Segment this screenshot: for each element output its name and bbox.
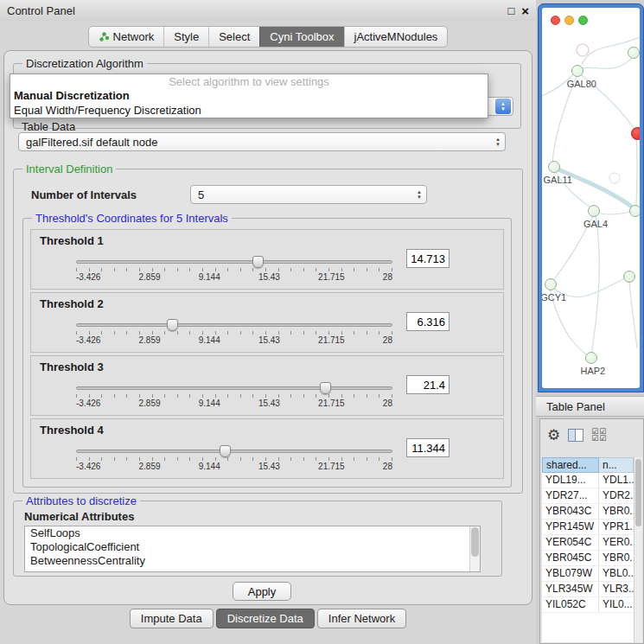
slider-thumb[interactable] bbox=[167, 319, 178, 331]
gear-icon[interactable]: ⚙ bbox=[547, 428, 560, 443]
slider-thumb[interactable] bbox=[252, 256, 264, 268]
network-icon bbox=[99, 31, 110, 42]
list-item[interactable]: TopologicalCoefficient bbox=[25, 540, 480, 554]
network-node[interactable] bbox=[548, 161, 560, 173]
table-toolbar: ⚙ ☑ ☑ ☑ ☑ bbox=[540, 419, 643, 450]
table-data-combo-value: galFiltered.sif default node bbox=[19, 136, 491, 149]
table-scrollbar[interactable] bbox=[634, 457, 642, 642]
network-node[interactable] bbox=[629, 205, 640, 217]
list-item[interactable]: SelfLoops bbox=[25, 526, 480, 540]
column-header-name[interactable]: n... bbox=[599, 457, 634, 473]
list-item[interactable]: BetweennessCentrality bbox=[25, 554, 480, 568]
table-row[interactable]: YDR27...YDR2... bbox=[542, 488, 634, 504]
table-row[interactable]: YPR145WYPR1... bbox=[542, 520, 634, 535]
panel-title: Control Panel bbox=[7, 4, 75, 17]
float-panel-icon[interactable]: □ bbox=[507, 4, 514, 17]
dropdown-option-equal-width-frequency[interactable]: Equal Width/Frequency Discretization bbox=[10, 103, 488, 118]
threshold-4-slider[interactable] bbox=[76, 450, 392, 453]
table-row[interactable]: YBR045CYBR0... bbox=[542, 551, 634, 566]
numerical-attributes-list[interactable]: SelfLoops TopologicalCoefficient Between… bbox=[24, 526, 481, 572]
network-node[interactable] bbox=[628, 47, 640, 59]
highlighted-network-node[interactable] bbox=[631, 127, 640, 140]
table-row[interactable]: YIL052CYIL0... bbox=[542, 597, 634, 613]
tab-cyni-toolbox[interactable]: Cyni Toolbox bbox=[259, 27, 343, 47]
table-row[interactable]: YDL19...YDL1... bbox=[542, 473, 634, 488]
scrollbar-thumb[interactable] bbox=[635, 459, 641, 526]
threshold-2-panel: Threshold 2 -3.4262.8599.14415.4321.7152… bbox=[30, 292, 504, 353]
network-window: GAL80GAL11GAL4GCY1HAP2 bbox=[538, 3, 644, 392]
tab-impute-data[interactable]: Impute Data bbox=[130, 609, 214, 628]
threshold-label: Threshold 1 bbox=[40, 234, 104, 247]
select-attributes-checkboxes-icon[interactable]: ☑ ☑ ☑ ☑ bbox=[591, 428, 606, 442]
number-of-intervals-label: Number of Intervals bbox=[31, 188, 137, 201]
slider-scale: -3.4262.8599.14415.4321.71528 bbox=[76, 399, 392, 408]
tab-infer-network[interactable]: Infer Network bbox=[317, 609, 406, 628]
column-header-shared-name[interactable]: shared... bbox=[542, 457, 599, 473]
group-title: Threshold's Coordinates for 5 Intervals bbox=[32, 212, 232, 225]
columns-icon[interactable] bbox=[568, 429, 583, 442]
threshold-1-slider[interactable] bbox=[76, 260, 392, 264]
minimize-window-icon[interactable] bbox=[564, 16, 574, 25]
network-node-label: GCY1 bbox=[542, 292, 566, 303]
dropdown-prompt: Select algorithm to view settings bbox=[10, 74, 488, 88]
tab-discretize-data[interactable]: Discretize Data bbox=[216, 609, 315, 628]
table-row[interactable]: YBR043CYBR0... bbox=[542, 504, 634, 520]
tab-label: Network bbox=[113, 30, 155, 43]
algorithm-dropdown-popup: Select algorithm to view settings Manual… bbox=[10, 73, 488, 118]
threshold-2-slider[interactable] bbox=[76, 323, 392, 327]
group-title: Discretization Algorithm bbox=[22, 57, 147, 70]
threshold-1-value-field[interactable] bbox=[406, 249, 450, 268]
table-panel-body: ⚙ ☑ ☑ ☑ ☑ shared... n... bbox=[539, 418, 644, 644]
close-window-icon[interactable] bbox=[551, 16, 560, 25]
screenshot-root: Control Panel □ × Network Sty bbox=[0, 0, 644, 644]
threshold-label: Threshold 4 bbox=[40, 424, 104, 437]
network-node[interactable] bbox=[571, 65, 583, 77]
tab-jactivemnodules[interactable]: jActiveMNodules bbox=[344, 27, 448, 47]
number-of-intervals-value: 5 bbox=[191, 188, 412, 201]
network-node[interactable] bbox=[588, 205, 600, 217]
combo-stepper-icon[interactable]: ▲ ▼ bbox=[491, 133, 505, 150]
control-panel-content: Discretization Algorithm ▲ ▼ Select algo… bbox=[3, 50, 532, 605]
table-data-label: Table Data bbox=[22, 120, 75, 133]
dropdown-option-manual-discretization[interactable]: Manual Discretization bbox=[10, 88, 488, 103]
slider-ticks bbox=[76, 394, 392, 398]
top-tab-bar: Network Style Select Cyni Toolbox jActiv… bbox=[0, 26, 536, 48]
combo-stepper-icon[interactable]: ▲ ▼ bbox=[495, 99, 511, 114]
network-node[interactable] bbox=[623, 271, 635, 283]
scrollbar-thumb[interactable] bbox=[471, 527, 479, 557]
tab-network[interactable]: Network bbox=[89, 27, 164, 47]
table-header-row: shared... n... bbox=[542, 457, 634, 473]
network-node[interactable] bbox=[545, 278, 557, 290]
bottom-tab-bar: Impute Data Discretize Data Infer Networ… bbox=[0, 609, 536, 628]
zoom-window-icon[interactable] bbox=[578, 16, 588, 25]
network-node[interactable] bbox=[585, 352, 597, 364]
threshold-3-slider[interactable] bbox=[76, 386, 392, 390]
network-canvas[interactable]: GAL80GAL11GAL4GCY1HAP2 bbox=[542, 8, 640, 388]
threshold-2-value-field[interactable] bbox=[406, 312, 450, 331]
apply-button[interactable]: Apply bbox=[233, 582, 291, 601]
table-data-combo[interactable]: galFiltered.sif default node ▲ ▼ bbox=[18, 132, 506, 151]
slider-thumb[interactable] bbox=[320, 382, 331, 394]
table-row[interactable]: YER054CYER0... bbox=[542, 535, 634, 551]
tab-select[interactable]: Select bbox=[208, 27, 259, 47]
network-node-label: GAL80 bbox=[567, 79, 596, 89]
table-panel-title: Table Panel bbox=[546, 400, 605, 413]
control-panel-titlebar: Control Panel □ × bbox=[0, 0, 536, 21]
attributes-to-discretize-group: Attributes to discretize Numerical Attri… bbox=[13, 501, 502, 577]
table-row[interactable]: YLR345WYLR3... bbox=[542, 582, 634, 597]
threshold-label: Threshold 2 bbox=[40, 297, 104, 310]
slider-thumb[interactable] bbox=[220, 445, 231, 457]
list-scrollbar[interactable] bbox=[469, 526, 480, 571]
slider-ticks bbox=[76, 268, 392, 271]
number-of-intervals-combo[interactable]: 5 ▲ ▼ bbox=[190, 185, 427, 204]
table-row[interactable]: YBL079WYBL0... bbox=[542, 566, 634, 582]
threshold-3-value-field[interactable] bbox=[406, 375, 450, 394]
group-title: Attributes to discretize bbox=[22, 494, 140, 507]
interval-definition-group: Interval Definition Number of Intervals … bbox=[13, 169, 523, 494]
tab-style[interactable]: Style bbox=[163, 27, 208, 47]
combo-stepper-icon[interactable]: ▲ ▼ bbox=[412, 186, 426, 203]
node-table: shared... n... YDL19...YDL1... YDR27...Y… bbox=[542, 457, 634, 642]
close-panel-icon[interactable]: × bbox=[521, 3, 529, 18]
threshold-4-value-field[interactable] bbox=[406, 438, 450, 457]
table-panel-header[interactable]: Table Panel bbox=[536, 396, 644, 417]
